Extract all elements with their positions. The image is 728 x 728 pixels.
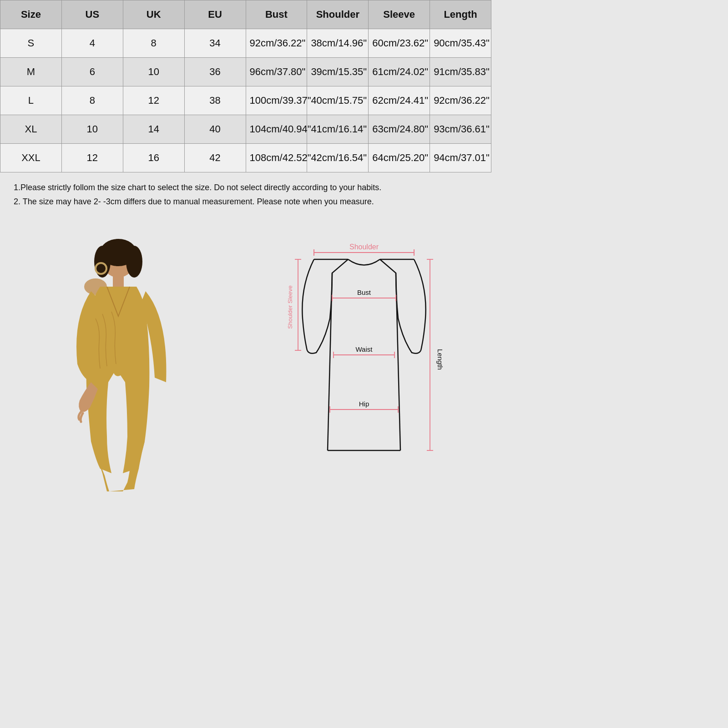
table-cell: 39cm/15.35" <box>307 58 369 86</box>
table-row: L81238100cm/39.37"40cm/15.75"62cm/24.41"… <box>0 86 491 115</box>
table-header-cell: Sleeve <box>369 0 430 29</box>
table-cell: 104cm/40.94" <box>246 115 307 144</box>
table-cell: 34 <box>184 29 246 58</box>
table-cell: 14 <box>123 115 184 144</box>
table-cell: M <box>0 58 62 86</box>
svg-line-13 <box>328 273 332 450</box>
svg-text:Waist: Waist <box>356 345 373 353</box>
table-header-row: SizeUSUKEUBustShoulderSleeveLength <box>0 0 491 29</box>
svg-text:Shoulder Sleeve: Shoulder Sleeve <box>287 285 293 329</box>
table-cell: 40 <box>184 115 246 144</box>
table-cell: 62cm/24.41" <box>369 86 430 115</box>
svg-line-14 <box>396 273 400 450</box>
table-header-cell: UK <box>123 0 184 29</box>
table-row: M6103696cm/37.80"39cm/15.35"61cm/24.02"9… <box>0 58 491 86</box>
diagram-section: Shoulder Bust <box>237 214 491 496</box>
measurement-diagram-svg: Shoulder Bust <box>273 228 455 482</box>
table-cell: 41cm/16.14" <box>307 115 369 144</box>
table-cell: L <box>0 86 62 115</box>
table-cell: 64cm/25.20" <box>369 144 430 172</box>
svg-text:Hip: Hip <box>359 400 369 408</box>
table-cell: 94cm/37.01" <box>430 144 491 172</box>
table-header-cell: Bust <box>246 0 307 29</box>
table-cell: 10 <box>61 115 123 144</box>
size-chart-section: SizeUSUKEUBustShoulderSleeveLength S4834… <box>0 0 491 172</box>
table-cell: S <box>0 29 62 58</box>
notes-section: 1.Please strictly follom the size chart … <box>0 172 491 214</box>
svg-text:Length: Length <box>436 349 444 370</box>
table-cell: XXL <box>0 144 62 172</box>
table-body: S483492cm/36.22"38cm/14.96"60cm/23.62"90… <box>0 29 491 172</box>
table-row: S483492cm/36.22"38cm/14.96"60cm/23.62"90… <box>0 29 491 58</box>
table-header-cell: Shoulder <box>307 0 369 29</box>
table-cell: 100cm/39.37" <box>246 86 307 115</box>
table-header-cell: Size <box>0 0 62 29</box>
table-cell: 12 <box>123 86 184 115</box>
table-cell: 93cm/36.61" <box>430 115 491 144</box>
svg-rect-4 <box>113 275 124 288</box>
size-table: SizeUSUKEUBustShoulderSleeveLength S4834… <box>0 0 491 172</box>
table-cell: 12 <box>61 144 123 172</box>
svg-text:Bust: Bust <box>357 288 371 296</box>
svg-point-3 <box>126 246 142 278</box>
table-cell: 38cm/14.96" <box>307 29 369 58</box>
table-header-cell: EU <box>184 0 246 29</box>
table-cell: 90cm/35.43" <box>430 29 491 58</box>
table-cell: 60cm/23.62" <box>369 29 430 58</box>
table-cell: 40cm/15.75" <box>307 86 369 115</box>
table-row: XXL121642108cm/42.52"42cm/16.54"64cm/25.… <box>0 144 491 172</box>
table-cell: XL <box>0 115 62 144</box>
table-cell: 91cm/35.83" <box>430 58 491 86</box>
svg-text:Shoulder: Shoulder <box>349 243 379 251</box>
table-cell: 63cm/24.80" <box>369 115 430 144</box>
table-row: XL101440104cm/40.94"41cm/16.14"63cm/24.8… <box>0 115 491 144</box>
table-header-cell: Length <box>430 0 491 29</box>
table-cell: 8 <box>123 29 184 58</box>
table-cell: 96cm/37.80" <box>246 58 307 86</box>
dress-photo <box>0 214 237 496</box>
table-cell: 61cm/24.02" <box>369 58 430 86</box>
table-cell: 92cm/36.22" <box>430 86 491 115</box>
dress-svg <box>32 228 205 496</box>
table-cell: 16 <box>123 144 184 172</box>
table-cell: 108cm/42.52" <box>246 144 307 172</box>
table-cell: 38 <box>184 86 246 115</box>
table-header-cell: US <box>61 0 123 29</box>
table-cell: 8 <box>61 86 123 115</box>
bottom-section: Shoulder Bust <box>0 214 491 496</box>
table-cell: 6 <box>61 58 123 86</box>
table-cell: 36 <box>184 58 246 86</box>
table-cell: 42cm/16.54" <box>307 144 369 172</box>
table-cell: 42 <box>184 144 246 172</box>
table-cell: 10 <box>123 58 184 86</box>
note-2: 2. The size may have 2- -3cm differs due… <box>14 195 478 209</box>
table-cell: 92cm/36.22" <box>246 29 307 58</box>
note-1: 1.Please strictly follom the size chart … <box>14 181 478 195</box>
table-cell: 4 <box>61 29 123 58</box>
